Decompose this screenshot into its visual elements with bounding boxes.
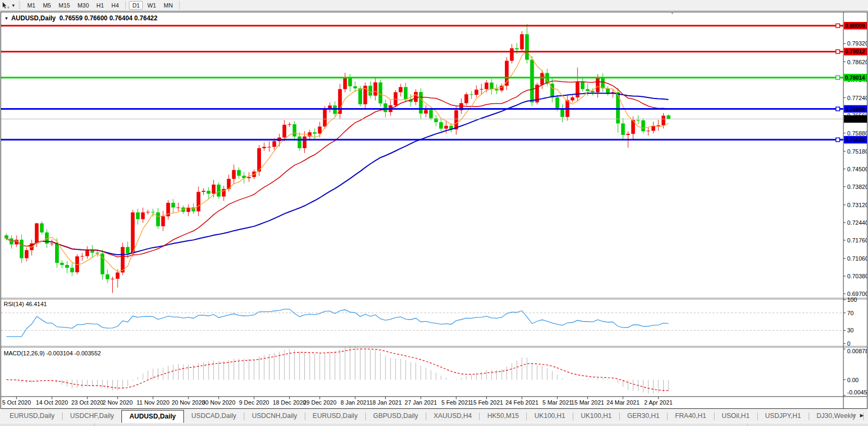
status-divider [94, 423, 95, 426]
svg-text:15 Feb 2021: 15 Feb 2021 [470, 399, 503, 406]
tabs-scroll-right-icon[interactable]: ▶ [860, 413, 864, 418]
svg-text:0.78014: 0.78014 [845, 75, 865, 81]
svg-text:18 Dec 2020: 18 Dec 2020 [273, 399, 306, 406]
svg-text:18 Jan 2021: 18 Jan 2021 [369, 399, 402, 406]
ma-line-slow [6, 93, 669, 255]
svg-text:0.70380: 0.70380 [847, 273, 867, 279]
svg-text:2 Nov 2020: 2 Nov 2020 [103, 399, 133, 406]
chart-tab-audusd-daily[interactable]: AUDUSD,Daily [121, 410, 184, 423]
rsi-panel [1, 309, 843, 337]
chart-tab-xauusd-h4[interactable]: XAUUSD,H4 [426, 410, 480, 423]
svg-text:0.77240: 0.77240 [847, 95, 867, 101]
svg-text:-0.004503: -0.004503 [847, 389, 867, 395]
chart-title-symbol: AUDUSD,Daily [11, 14, 56, 22]
timeframe-button-d1[interactable]: D1 [129, 1, 143, 10]
chart-tab-usdcad-daily[interactable]: USDCAD,Daily [184, 410, 244, 423]
svg-text:20 Nov 2020: 20 Nov 2020 [172, 399, 205, 406]
chart-tab-usdjpy-h1[interactable]: USDJPY,H1 [758, 410, 809, 423]
chart-tab-hk50-m15[interactable]: HK50,M15 [480, 410, 526, 423]
rsi-line [6, 309, 669, 337]
svg-text:15 Mar 2021: 15 Mar 2021 [571, 399, 604, 406]
svg-text:2 Apr 2021: 2 Apr 2021 [644, 399, 672, 406]
timeframe-button-w1[interactable]: W1 [144, 1, 159, 10]
cursor-tool-dropdown-icon[interactable]: ▼ [11, 3, 16, 8]
svg-text:0.79012: 0.79012 [845, 49, 865, 55]
svg-text:27 Jan 2021: 27 Jan 2021 [405, 399, 437, 406]
chart-title: ▼AUDUSD,Daily 0.76559 0.76600 0.76404 0.… [4, 14, 157, 22]
svg-text:0.76809: 0.76809 [845, 107, 865, 112]
svg-text:29 Dec 2020: 29 Dec 2020 [303, 399, 336, 406]
chart-tab-ger30-h1[interactable]: GER30,H1 [620, 410, 667, 423]
candles-layer [5, 24, 671, 293]
svg-text:0.75624: 0.75624 [845, 137, 865, 143]
svg-text:0: 0 [847, 340, 850, 347]
level-line-handle [836, 138, 840, 142]
chart-tab-usdcnh-daily[interactable]: USDCNH,Daily [244, 410, 305, 423]
svg-text:0.72440: 0.72440 [847, 219, 867, 226]
chart-tab-uk100-h1[interactable]: UK100,H1 [573, 410, 619, 423]
date-axis: 5 Oct 202014 Oct 202023 Oct 20202 Nov 20… [2, 397, 673, 406]
chart-tab-fra40-h1[interactable]: FRA40,H1 [667, 410, 713, 423]
rsi-indicator-label: RSI(14) 46.4141 [4, 301, 47, 307]
chart-tab-uk100-h1[interactable]: UK100,H1 [527, 410, 573, 423]
timeframe-button-m5[interactable]: M5 [40, 1, 54, 10]
svg-text:70: 70 [847, 310, 854, 316]
panel-collapse-arrow-icon[interactable]: ▼ [670, 11, 674, 16]
timeframe-button-h4[interactable]: H4 [108, 1, 122, 10]
svg-text:23 Oct 2020: 23 Oct 2020 [71, 399, 103, 406]
level-lines-layer [1, 24, 843, 142]
svg-text:5 Oct 2020: 5 Oct 2020 [2, 399, 31, 406]
toolbar-separator [179, 1, 180, 10]
svg-text:0.00: 0.00 [847, 377, 858, 383]
svg-text:0.74500: 0.74500 [847, 166, 867, 172]
status-divider [747, 423, 748, 426]
tabs-scroll-left-icon[interactable]: ◀ [851, 413, 855, 418]
svg-text:0.76422: 0.76422 [845, 116, 865, 122]
cursor-tool-icon[interactable] [2, 2, 10, 10]
chart-tab-usoil-h1[interactable]: USOil,H1 [715, 410, 757, 423]
macd-signal-line [6, 349, 669, 391]
svg-text:8 Jan 2021: 8 Jan 2021 [341, 399, 370, 406]
svg-text:0.73820: 0.73820 [847, 184, 867, 190]
svg-text:30 Nov 2020: 30 Nov 2020 [202, 399, 235, 406]
level-line-handle [836, 107, 840, 111]
chart-tab-usdchf-daily[interactable]: USDCHF,Daily [63, 410, 121, 423]
toolbar-grip [19, 2, 20, 9]
svg-text:24 Feb 2021: 24 Feb 2021 [505, 399, 539, 406]
trading-platform-window: ▼ M1M5M15M30H1H4D1W1MN 0.793200.786200.7… [0, 0, 868, 426]
timeframe-button-m1[interactable]: M1 [24, 1, 39, 10]
macd-indicator-label: MACD(12,26,9) -0.003104 -0.003552 [4, 350, 101, 356]
chart-tabs-bar: EURUSD,DailyUSDCHF,DailyAUDUSD,DailyUSDC… [0, 410, 868, 423]
timeframe-button-h1[interactable]: H1 [93, 1, 107, 10]
macd-panel [6, 346, 669, 393]
svg-text:9 Dec 2020: 9 Dec 2020 [239, 399, 269, 406]
timeframe-button-m30[interactable]: M30 [74, 1, 92, 10]
timeframe-toolbar: ▼ M1M5M15M30H1H4D1W1MN [0, 0, 868, 11]
chart-tab-eurusd-daily[interactable]: EURUSD,Daily [305, 410, 365, 423]
svg-text:5 Mar 2021: 5 Mar 2021 [542, 399, 572, 406]
chart-window: 0.793200.786200.779400.772400.765600.758… [1, 12, 867, 409]
svg-text:5 Feb 2021: 5 Feb 2021 [441, 399, 471, 406]
chart-tab-gbpusd-daily[interactable]: GBPUSD,Daily [366, 410, 426, 423]
svg-text:0.008785: 0.008785 [847, 348, 867, 354]
chart-tab-china300-h1[interactable]: CHINA300,H1 [864, 410, 868, 423]
timeframe-button-m15[interactable]: M15 [55, 1, 73, 10]
svg-text:0.80009: 0.80009 [845, 23, 865, 29]
chart-title-dropdown-icon[interactable]: ▼ [4, 16, 9, 21]
svg-text:30: 30 [847, 327, 854, 333]
chart-tab-eurusd-daily[interactable]: EURUSD,Daily [2, 410, 62, 423]
chart-title-ohlc: 0.76559 0.76600 0.76404 0.76422 [59, 14, 158, 22]
svg-text:24 Mar 2021: 24 Mar 2021 [606, 399, 640, 406]
svg-text:0.79320: 0.79320 [847, 40, 867, 47]
toolbar-separator [125, 1, 126, 10]
svg-text:0.73120: 0.73120 [847, 202, 867, 208]
timeframe-button-mn[interactable]: MN [160, 1, 176, 10]
chart-canvas[interactable]: 0.793200.786200.779400.772400.765600.758… [1, 12, 867, 408]
status-bar [0, 423, 868, 426]
ma-line-fast [6, 50, 669, 271]
svg-text:100: 100 [847, 296, 857, 303]
level-line-handle [836, 24, 840, 28]
svg-text:0.75880: 0.75880 [847, 130, 867, 136]
ma-lines-layer [6, 50, 669, 271]
svg-text:0.75180: 0.75180 [847, 148, 867, 155]
